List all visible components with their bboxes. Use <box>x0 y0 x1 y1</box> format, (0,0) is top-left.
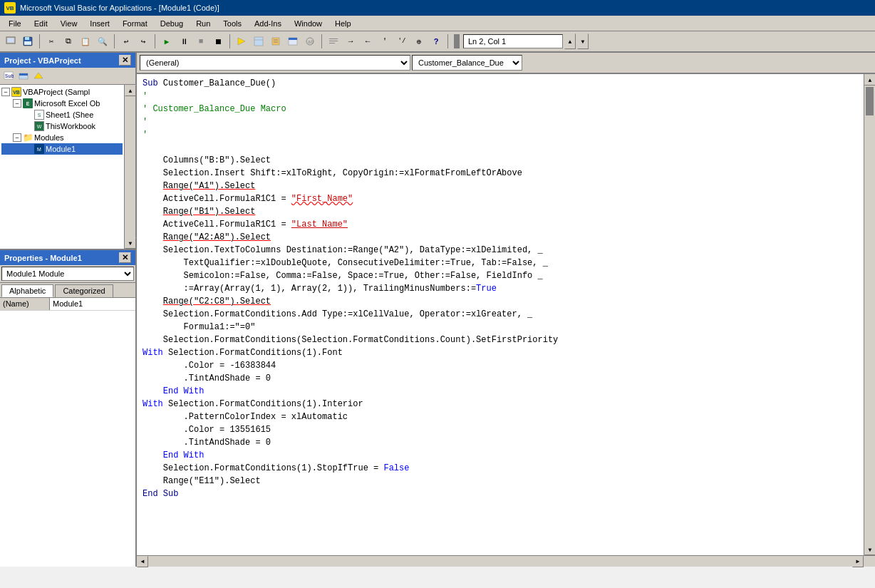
tb-props-icon[interactable] <box>268 33 284 49</box>
toolbar-sep2 <box>114 34 115 48</box>
tb-toggle-icon[interactable]: ⊕ <box>411 33 427 49</box>
svg-text:Sub: Sub <box>5 73 14 79</box>
toolbar-scroll-down[interactable]: ▼ <box>577 33 589 49</box>
svg-marker-22 <box>34 73 43 78</box>
code-line-10: ActiveCell.FormulaR1C1 = "First_Name" <box>143 192 858 205</box>
tb-run-icon[interactable]: ▶ <box>159 33 175 49</box>
tb-objbrowse-icon[interactable]: ab <box>302 33 318 49</box>
tab-categorized[interactable]: Categorized <box>55 284 113 297</box>
tb-view-icon[interactable] <box>3 33 19 49</box>
tree-expand-modules[interactable]: − <box>13 133 21 142</box>
code-line-25: End With <box>143 385 858 398</box>
tree-item-modules[interactable]: − 📁 Modules <box>1 132 123 143</box>
menu-help[interactable]: Help <box>329 18 357 29</box>
tb-undo-icon[interactable]: ↩ <box>118 33 134 49</box>
tb-design-icon[interactable] <box>234 33 249 49</box>
code-line-30: End With <box>143 449 858 462</box>
code-line-5: ' <box>143 128 858 141</box>
code-line-26: With Selection.FormatConditions(1).Inter… <box>143 398 858 411</box>
tree-expand-vbaproject[interactable]: − <box>1 88 10 96</box>
tb-stop-icon[interactable]: ■ <box>193 33 209 49</box>
tb-help-icon[interactable]: ? <box>428 33 444 49</box>
tree-item-module1[interactable]: M Module1 <box>1 143 123 155</box>
code-line-9: Range("A1").Select <box>143 180 858 192</box>
tree-expand-excel[interactable]: − <box>13 99 21 108</box>
svg-rect-16 <box>329 41 338 41</box>
tree-item-vbaproject[interactable]: − VB VBAProject (Sampl <box>1 86 123 98</box>
tb-explorer-icon[interactable] <box>251 33 266 49</box>
tree-label-thisworkbook: ThisWorkbook <box>46 122 95 130</box>
tree-label-module1: Module1 <box>46 145 76 153</box>
proj-scroll-down[interactable]: ▼ <box>125 237 136 249</box>
menu-view[interactable]: View <box>55 18 83 29</box>
code-scroll-up[interactable]: ▲ <box>864 74 875 86</box>
tb-reset-icon[interactable]: ⏹ <box>210 33 226 49</box>
menu-window[interactable]: Window <box>289 18 328 29</box>
code-line-6 <box>143 141 858 154</box>
toolbar-sep4 <box>229 34 230 48</box>
tree-item-sheet1[interactable]: S Sheet1 (Shee <box>1 109 123 120</box>
tb-indent-icon[interactable]: → <box>343 33 358 49</box>
prop-name-value[interactable]: Module1 <box>50 298 135 310</box>
tb-find-icon[interactable]: 🔍 <box>95 33 110 49</box>
tb-copy-icon[interactable]: ⧉ <box>61 33 76 49</box>
tab-alphabetic[interactable]: Alphabetic <box>1 284 53 297</box>
code-line-24: .TintAndShade = 0 <box>143 372 858 385</box>
tb-wordwrap-icon[interactable] <box>326 33 341 49</box>
svg-rect-6 <box>254 37 263 46</box>
location-display[interactable] <box>463 34 563 48</box>
code-hscroll-right[interactable]: ▶ <box>852 556 864 567</box>
code-editor[interactable]: Sub Customer_Balance_Due() ' ' Customer_… <box>137 74 864 555</box>
code-line-22: With Selection.FormatConditions(1).Font <box>143 346 858 359</box>
properties-panel-header: Properties - Module1 ✕ <box>0 250 135 265</box>
menu-run[interactable]: Run <box>190 18 216 29</box>
menu-debug[interactable]: Debug <box>155 18 189 29</box>
tb-outdent-icon[interactable]: ← <box>360 33 376 49</box>
tb-paste-icon[interactable]: 📋 <box>78 33 93 49</box>
toolbar-sep6 <box>447 34 448 48</box>
svg-marker-5 <box>238 38 245 45</box>
tb-comment-icon[interactable]: ' <box>377 33 393 49</box>
tb-userform-icon[interactable] <box>285 33 301 49</box>
properties-object-select[interactable]: Module1 Module <box>1 267 134 281</box>
menu-file[interactable]: File <box>3 18 27 29</box>
menu-format[interactable]: Format <box>117 18 153 29</box>
code-line-31: Selection.FormatConditions(1).StopIfTrue… <box>143 462 858 475</box>
menu-tools[interactable]: Tools <box>217 18 247 29</box>
menu-insert[interactable]: Insert <box>84 18 115 29</box>
tree-label-sheet1: Sheet1 (Shee <box>46 110 93 119</box>
tb-redo-icon[interactable]: ↪ <box>135 33 151 49</box>
tree-label-modules: Modules <box>34 133 64 142</box>
title-text: Microsoft Visual Basic for Applications … <box>20 4 219 12</box>
code-line-15: TextQualifier:=xlDoubleQuote, Consecutiv… <box>143 257 858 269</box>
menu-edit[interactable]: Edit <box>29 18 53 29</box>
general-dropdown[interactable]: (General) <box>140 55 410 71</box>
tree-item-excel-objects[interactable]: − E Microsoft Excel Ob <box>1 98 123 109</box>
tb-save-icon[interactable] <box>20 33 36 49</box>
proj-view-code[interactable]: Sub <box>1 70 16 83</box>
proj-scroll-up[interactable]: ▲ <box>125 85 136 96</box>
project-toolbar: Sub <box>0 68 135 85</box>
svg-rect-8 <box>272 38 279 45</box>
svg-rect-21 <box>19 73 28 76</box>
code-line-14: Selection.TextToColumns Destination:=Ran… <box>143 244 858 257</box>
tree-item-thisworkbook[interactable]: W ThisWorkbook <box>1 120 123 132</box>
tb-uncomment-icon[interactable]: '/ <box>394 33 410 49</box>
procedure-dropdown[interactable]: Customer_Balance_Due <box>412 55 522 71</box>
proj-toggle-folders[interactable] <box>31 70 46 83</box>
project-close-button[interactable]: ✕ <box>119 55 131 66</box>
menu-addins[interactable]: Add-Ins <box>249 18 287 29</box>
code-scroll-down[interactable]: ▼ <box>864 544 875 555</box>
code-line-7: Columns("B:B").Select <box>143 154 858 167</box>
code-hscrollbar: ◀ ▶ <box>137 555 875 567</box>
toolbar-scroll-up[interactable]: ▲ <box>564 33 576 49</box>
svg-rect-3 <box>25 37 29 40</box>
tb-cut-icon[interactable]: ✂ <box>43 33 59 49</box>
tree-label-excel-objects: Microsoft Excel Ob <box>34 99 100 108</box>
tb-pause-icon[interactable]: ⏸ <box>176 33 192 49</box>
properties-close-button[interactable]: ✕ <box>119 252 131 263</box>
code-hscroll-left[interactable]: ◀ <box>137 556 148 567</box>
proj-view-object[interactable] <box>16 70 31 83</box>
project-tree: − VB VBAProject (Sampl − E Microsoft Exc… <box>0 85 124 249</box>
module1-icon: M <box>34 144 44 154</box>
